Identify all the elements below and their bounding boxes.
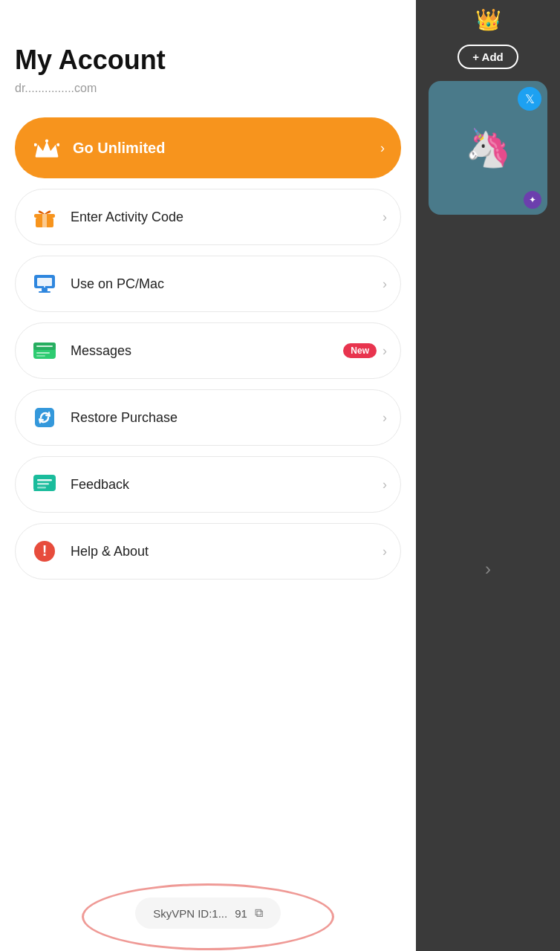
svg-rect-20 xyxy=(37,483,49,485)
restore-purchase-label: Restore Purchase xyxy=(71,410,382,426)
svg-rect-16 xyxy=(36,355,45,357)
messages-chevron: › xyxy=(382,343,387,359)
svg-rect-0 xyxy=(36,155,59,158)
svg-rect-14 xyxy=(36,345,53,347)
right-panel-crown: 👑 xyxy=(475,7,501,32)
svg-text:!: ! xyxy=(42,542,48,559)
skyvpn-id-bar[interactable]: SkyVPN ID:1... 91 ⧉ xyxy=(135,898,281,929)
copy-icon[interactable]: ⧉ xyxy=(255,906,263,920)
crown-icon xyxy=(31,132,62,163)
feedback-label: Feedback xyxy=(71,477,382,493)
skyvpn-id-suffix: 91 xyxy=(235,907,247,920)
right-panel: 👑 + Add 🦄 𝕏 ✦ › xyxy=(416,0,560,951)
left-panel: My Account dr...............com Go Unlim… xyxy=(0,0,416,951)
help-about-chevron: › xyxy=(382,544,387,559)
svg-rect-8 xyxy=(37,278,52,286)
id-bar-wrap: SkyVPN ID:1... 91 ⧉ xyxy=(15,898,401,936)
help-icon: ! xyxy=(29,536,60,567)
feedback-icon xyxy=(29,469,60,500)
go-unlimited-chevron: › xyxy=(380,140,385,156)
restore-icon xyxy=(29,402,60,433)
messages-button[interactable]: Messages New › xyxy=(15,322,401,379)
use-on-pc-mac-label: Use on PC/Mac xyxy=(71,276,382,292)
svg-rect-17 xyxy=(35,408,54,427)
use-on-pc-mac-button[interactable]: Use on PC/Mac › xyxy=(15,256,401,312)
skyvpn-id-text: SkyVPN ID:1... xyxy=(153,907,227,920)
go-unlimited-button[interactable]: Go Unlimited › xyxy=(15,117,401,178)
use-on-pc-mac-chevron: › xyxy=(382,276,387,292)
gift-icon xyxy=(29,201,60,233)
svg-rect-15 xyxy=(36,352,50,354)
help-about-label: Help & About xyxy=(71,544,382,559)
enter-activity-code-chevron: › xyxy=(382,210,387,225)
svg-point-3 xyxy=(56,143,59,146)
svg-point-2 xyxy=(45,140,48,143)
page-title: My Account xyxy=(15,45,401,76)
badge-icon: ✦ xyxy=(524,191,541,209)
svg-rect-9 xyxy=(42,288,48,291)
feedback-chevron: › xyxy=(382,477,387,493)
twitter-icon: 𝕏 xyxy=(518,87,541,111)
menu-list: Go Unlimited › Enter Activity Code › xyxy=(15,117,401,883)
enter-activity-code-button[interactable]: Enter Activity Code › xyxy=(15,189,401,245)
promo-card[interactable]: 🦄 𝕏 ✦ xyxy=(429,81,547,215)
go-unlimited-label: Go Unlimited xyxy=(73,140,380,157)
enter-activity-code-label: Enter Activity Code xyxy=(71,210,382,225)
svg-rect-10 xyxy=(39,291,51,293)
svg-point-1 xyxy=(34,143,37,146)
svg-point-11 xyxy=(44,286,45,288)
new-badge: New xyxy=(343,343,377,358)
messages-icon xyxy=(29,335,60,366)
messages-label: Messages xyxy=(71,343,343,359)
svg-rect-6 xyxy=(42,214,47,227)
pc-icon xyxy=(29,268,60,299)
svg-rect-19 xyxy=(37,479,52,481)
user-email: dr...............com xyxy=(15,82,401,95)
feedback-button[interactable]: Feedback › xyxy=(15,456,401,513)
restore-purchase-button[interactable]: Restore Purchase › xyxy=(15,389,401,446)
right-arrow[interactable]: › xyxy=(485,559,491,580)
add-button[interactable]: + Add xyxy=(458,45,518,69)
svg-rect-21 xyxy=(37,487,46,489)
restore-purchase-chevron: › xyxy=(382,410,387,426)
help-about-button[interactable]: ! Help & About › xyxy=(15,523,401,580)
